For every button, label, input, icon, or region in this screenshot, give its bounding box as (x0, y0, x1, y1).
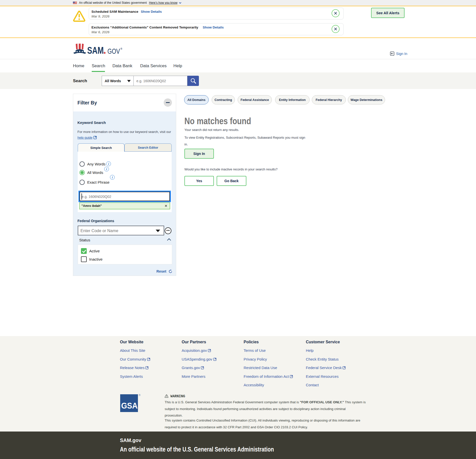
svg-text:GOV: GOV (107, 47, 120, 54)
svg-text:®: ® (120, 47, 122, 50)
svg-text:SAM: SAM (87, 45, 104, 54)
